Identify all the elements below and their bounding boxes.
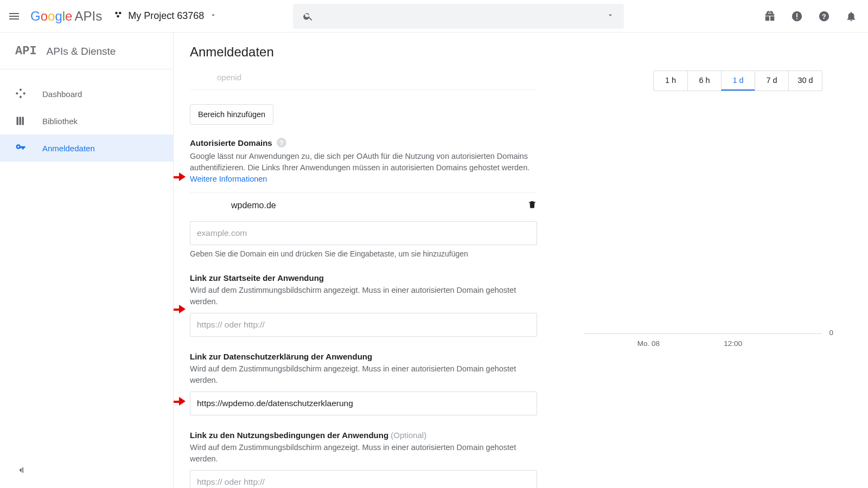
auth-domains-title-text: Autorisierte Domains bbox=[190, 138, 272, 147]
time-opt-1h[interactable]: 1 h bbox=[654, 71, 687, 91]
content-main: Anmeldedaten openid Bereich hinzufügen A… bbox=[174, 33, 553, 488]
sidebar-item-label: Bibliothek bbox=[42, 117, 78, 126]
logo-apis-text: APIs bbox=[74, 9, 102, 24]
topbar: Google APIs My Project 63768 ? bbox=[0, 0, 868, 33]
section-label: APIs & Dienste bbox=[47, 46, 116, 57]
domain-row: wpdemo.de bbox=[190, 192, 537, 218]
topbar-actions: ? bbox=[764, 10, 860, 22]
domain-input[interactable] bbox=[190, 221, 537, 245]
form-area: openid Bereich hinzufügen Autorisierte D… bbox=[174, 70, 553, 488]
search-chevron-down-icon[interactable] bbox=[607, 11, 614, 21]
sidebar-item-label: Anmeldedaten bbox=[42, 144, 95, 153]
help-icon[interactable]: ? bbox=[277, 138, 286, 147]
hamburger-icon[interactable] bbox=[8, 10, 21, 23]
project-picker[interactable]: My Project 63768 bbox=[114, 10, 217, 22]
page-title: Anmeldedaten bbox=[174, 33, 553, 70]
gift-icon[interactable] bbox=[764, 10, 776, 22]
sidebar: API APIs & Dienste Dashboard Bibliothek … bbox=[0, 33, 174, 488]
privacy-link-field: Link zur Datenschutzerklärung der Anwend… bbox=[190, 352, 537, 415]
time-opt-6h[interactable]: 6 h bbox=[687, 71, 721, 91]
library-icon bbox=[15, 115, 26, 126]
sidebar-nav: Dashboard Bibliothek Anmeldedaten bbox=[0, 69, 173, 172]
svg-rect-4 bbox=[796, 13, 797, 17]
svg-rect-5 bbox=[796, 18, 797, 19]
axis-zero: 0 bbox=[829, 329, 833, 337]
time-range-switch: 1 h 6 h 1 d 7 d 30 d bbox=[653, 70, 822, 91]
api-logo-text: API bbox=[15, 44, 37, 58]
sidebar-header[interactable]: API APIs & Dienste bbox=[0, 33, 173, 69]
terms-link-field: Link zu den Nutzungsbedingungen der Anwe… bbox=[190, 431, 537, 488]
dashboard-icon bbox=[15, 88, 26, 99]
main: API APIs & Dienste Dashboard Bibliothek … bbox=[0, 33, 868, 488]
svg-text:?: ? bbox=[822, 12, 826, 20]
search-icon bbox=[303, 11, 314, 22]
key-icon bbox=[15, 143, 26, 153]
sidebar-item-library[interactable]: Bibliothek bbox=[0, 107, 173, 134]
content-aside: 1 h 6 h 1 d 7 d 30 d 0 Mo. 08 12:00 bbox=[553, 33, 868, 488]
homepage-input[interactable] bbox=[190, 313, 537, 337]
svg-point-1 bbox=[119, 12, 122, 15]
homepage-desc: Wird auf dem Zustimmungsbildschirm angez… bbox=[190, 285, 537, 307]
learn-more-link[interactable]: Weitere Informationen bbox=[190, 175, 267, 183]
google-apis-logo[interactable]: Google APIs bbox=[30, 9, 102, 24]
notifications-icon[interactable] bbox=[845, 10, 857, 22]
project-name: My Project 63768 bbox=[128, 10, 204, 22]
search-bar[interactable] bbox=[293, 4, 624, 29]
alert-icon[interactable] bbox=[791, 10, 803, 22]
sidebar-item-dashboard[interactable]: Dashboard bbox=[0, 80, 173, 107]
content: 5 6 7 Anmeldedaten openid Bereich hinzuf… bbox=[174, 33, 868, 488]
delete-icon[interactable] bbox=[527, 200, 537, 211]
auth-domains-desc: Google lässt nur Anwendungen zu, die sic… bbox=[190, 151, 537, 185]
scope-row-openid: openid bbox=[190, 70, 537, 90]
privacy-input[interactable] bbox=[190, 391, 537, 415]
privacy-desc: Wird auf dem Zustimmungsbildschirm angez… bbox=[190, 363, 537, 386]
chevron-down-icon bbox=[209, 10, 217, 22]
domain-value: wpdemo.de bbox=[231, 201, 276, 210]
svg-rect-8 bbox=[22, 467, 23, 473]
terms-desc: Wird auf dem Zustimmungsbildschirm angez… bbox=[190, 442, 537, 465]
add-scope-button[interactable]: Bereich hinzufügen bbox=[190, 104, 273, 125]
sidebar-item-credentials[interactable]: Anmeldedaten bbox=[0, 134, 173, 162]
terms-input[interactable] bbox=[190, 470, 537, 488]
terms-title: Link zu den Nutzungsbedingungen der Anwe… bbox=[190, 431, 537, 440]
homepage-link-field: Link zur Startseite der Anwendung Wird a… bbox=[190, 273, 537, 337]
help-icon[interactable]: ? bbox=[818, 10, 830, 22]
domain-hint: Geben Sie die Domain ein und drücken Sie… bbox=[190, 249, 537, 258]
axis-x-label-1: Mo. 08 bbox=[637, 339, 660, 348]
sidebar-item-label: Dashboard bbox=[42, 89, 82, 99]
collapse-sidebar-icon[interactable] bbox=[15, 465, 26, 478]
time-opt-1d[interactable]: 1 d bbox=[721, 71, 755, 91]
axis-line bbox=[584, 333, 822, 334]
homepage-title: Link zur Startseite der Anwendung bbox=[190, 273, 537, 282]
privacy-title: Link zur Datenschutzerklärung der Anwend… bbox=[190, 352, 537, 361]
time-opt-30d[interactable]: 30 d bbox=[788, 71, 822, 91]
time-opt-7d[interactable]: 7 d bbox=[755, 71, 788, 91]
project-dots-icon bbox=[114, 10, 124, 22]
svg-point-2 bbox=[117, 15, 119, 18]
axis-x-label-2: 12:00 bbox=[724, 339, 742, 348]
svg-point-0 bbox=[115, 12, 118, 15]
auth-domains-title: Autorisierte Domains ? bbox=[190, 138, 537, 147]
